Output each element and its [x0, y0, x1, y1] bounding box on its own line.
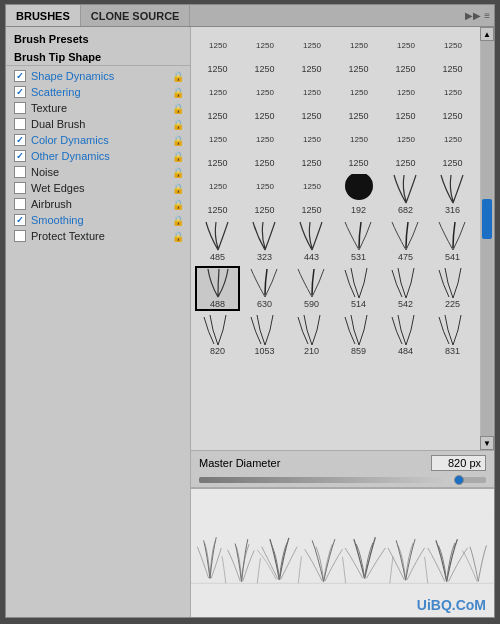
- brush-preview-34: [388, 268, 424, 298]
- brush-cell-20[interactable]: 12501250: [289, 172, 334, 217]
- presets-title[interactable]: Brush Presets: [6, 31, 190, 49]
- scroll-thumb[interactable]: [482, 199, 492, 239]
- brush-cell-14[interactable]: 12501250: [289, 125, 334, 170]
- brush-cell-21[interactable]: 192: [336, 172, 381, 217]
- checkbox-scattering[interactable]: [14, 86, 26, 98]
- sidebar-item-dual-brush[interactable]: Dual Brush 🔒: [6, 116, 190, 132]
- scroll-up-button[interactable]: ▲: [480, 27, 494, 41]
- brush-cell-30[interactable]: 488: [195, 266, 240, 311]
- sidebar-item-scattering[interactable]: Scattering 🔒: [6, 84, 190, 100]
- sidebar-item-shape-dynamics[interactable]: Shape Dynamics 🔒: [6, 68, 190, 84]
- lock-icon-dual-brush: 🔒: [172, 119, 184, 130]
- brush-cell-26[interactable]: 443: [289, 219, 334, 264]
- sidebar-item-color-dynamics[interactable]: Color Dynamics 🔒: [6, 132, 190, 148]
- scroll-track[interactable]: [481, 41, 493, 436]
- tab-clone-source[interactable]: CLONE SOURCE: [81, 5, 191, 26]
- brush-cell-25[interactable]: 323: [242, 219, 287, 264]
- brush-cell-0[interactable]: 12501250: [195, 31, 240, 76]
- brush-cell-34[interactable]: 542: [383, 266, 428, 311]
- brush-cell-39[interactable]: 859: [336, 313, 381, 358]
- sidebar-item-airbrush[interactable]: Airbrush 🔒: [6, 196, 190, 212]
- brush-num-19: 1250: [254, 205, 274, 215]
- brush-cell-37[interactable]: 1053: [242, 313, 287, 358]
- brush-cell-9[interactable]: 12501250: [336, 78, 381, 123]
- brush-cell-3[interactable]: 12501250: [336, 31, 381, 76]
- brush-cell-24[interactable]: 485: [195, 219, 240, 264]
- brush-cell-12[interactable]: 12501250: [195, 125, 240, 170]
- brush-cell-31[interactable]: 630: [242, 266, 287, 311]
- brush-num-32: 590: [304, 299, 319, 309]
- brush-cell-4[interactable]: 12501250: [383, 31, 428, 76]
- brush-cell-35[interactable]: 225: [430, 266, 475, 311]
- sidebar-item-other-dynamics[interactable]: Other Dynamics 🔒: [6, 148, 190, 164]
- brush-num-21: 192: [351, 205, 366, 215]
- slider-thumb[interactable]: [454, 475, 464, 485]
- brush-cell-41[interactable]: 831: [430, 313, 475, 358]
- brush-cell-6[interactable]: 12501250: [195, 78, 240, 123]
- checkbox-texture[interactable]: [14, 102, 26, 114]
- brush-cell-23[interactable]: 316: [430, 172, 475, 217]
- checkbox-smoothing[interactable]: [14, 214, 26, 226]
- svg-text:1250: 1250: [256, 182, 274, 191]
- brush-num-2: 1250: [301, 64, 321, 74]
- brush-num-28: 475: [398, 252, 413, 262]
- brush-num-6: 1250: [207, 111, 227, 121]
- checkbox-wet-edges[interactable]: [14, 182, 26, 194]
- brush-preview-30: [200, 268, 236, 298]
- brush-cell-38[interactable]: 210: [289, 313, 334, 358]
- brush-cell-29[interactable]: 541: [430, 219, 475, 264]
- checkbox-dual-brush[interactable]: [14, 118, 26, 130]
- slider-row[interactable]: [191, 475, 494, 487]
- brush-cell-8[interactable]: 12501250: [289, 78, 334, 123]
- sidebar-item-smoothing[interactable]: Smoothing 🔒: [6, 212, 190, 228]
- brush-cell-2[interactable]: 12501250: [289, 31, 334, 76]
- brush-cell-22[interactable]: 682: [383, 172, 428, 217]
- brush-cell-7[interactable]: 12501250: [242, 78, 287, 123]
- sidebar-item-protect-texture[interactable]: Protect Texture 🔒: [6, 228, 190, 244]
- sidebar-item-wet-edges[interactable]: Wet Edges 🔒: [6, 180, 190, 196]
- brush-cell-1[interactable]: 12501250: [242, 31, 287, 76]
- brush-cell-36[interactable]: 820: [195, 313, 240, 358]
- svg-text:1250: 1250: [444, 88, 462, 97]
- sidebar-item-noise[interactable]: Noise 🔒: [6, 164, 190, 180]
- brush-num-38: 210: [304, 346, 319, 356]
- sidebar-item-texture[interactable]: Texture 🔒: [6, 100, 190, 116]
- brush-preview-40: [388, 315, 424, 345]
- brush-cell-18[interactable]: 12501250: [195, 172, 240, 217]
- brush-cell-15[interactable]: 12501250: [336, 125, 381, 170]
- brush-cell-40[interactable]: 484: [383, 313, 428, 358]
- brush-cell-28[interactable]: 475: [383, 219, 428, 264]
- category-title: Brush Tip Shape: [6, 49, 190, 66]
- brush-cell-10[interactable]: 12501250: [383, 78, 428, 123]
- brush-cell-16[interactable]: 12501250: [383, 125, 428, 170]
- svg-text:1250: 1250: [256, 88, 274, 97]
- checkbox-color-dynamics[interactable]: [14, 134, 26, 146]
- brush-cell-33[interactable]: 514: [336, 266, 381, 311]
- diameter-value[interactable]: 820 px: [431, 455, 486, 471]
- checkbox-shape-dynamics[interactable]: [14, 70, 26, 82]
- brush-cell-11[interactable]: 12501250: [430, 78, 475, 123]
- checkbox-protect-texture[interactable]: [14, 230, 26, 242]
- scrollbar[interactable]: ▲ ▼: [480, 27, 494, 450]
- brush-preview-5: 1250: [435, 33, 471, 63]
- brush-cell-27[interactable]: 531: [336, 219, 381, 264]
- brush-preview-2: 1250: [294, 33, 330, 63]
- checkbox-other-dynamics[interactable]: [14, 150, 26, 162]
- brush-cell-5[interactable]: 12501250: [430, 31, 475, 76]
- brush-cell-32[interactable]: 590: [289, 266, 334, 311]
- checkbox-noise[interactable]: [14, 166, 26, 178]
- tab-brushes[interactable]: BRUSHES: [6, 5, 81, 26]
- scroll-down-button[interactable]: ▼: [480, 436, 494, 450]
- brush-preview-18: 1250: [200, 174, 236, 204]
- diameter-slider-track[interactable]: [199, 477, 486, 483]
- label-smoothing: Smoothing: [31, 214, 84, 226]
- checkbox-airbrush[interactable]: [14, 198, 26, 210]
- svg-text:1250: 1250: [397, 88, 415, 97]
- brush-cell-17[interactable]: 12501250: [430, 125, 475, 170]
- brush-num-20: 1250: [301, 205, 321, 215]
- menu-icon[interactable]: ≡: [484, 10, 490, 21]
- brush-num-31: 630: [257, 299, 272, 309]
- tab-icons: ▶▶ ≡: [461, 10, 494, 21]
- brush-cell-13[interactable]: 12501250: [242, 125, 287, 170]
- brush-cell-19[interactable]: 12501250: [242, 172, 287, 217]
